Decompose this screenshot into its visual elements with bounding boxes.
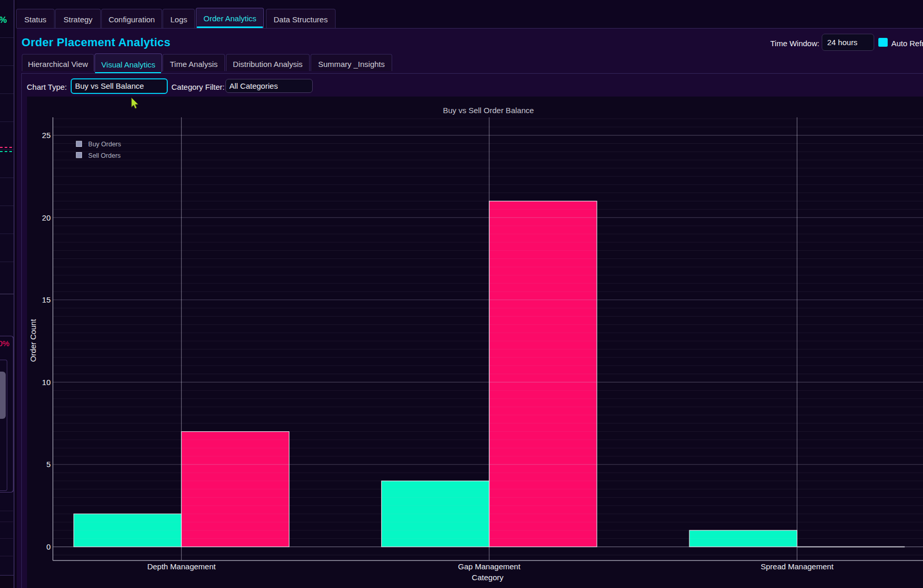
svg-text:10: 10 [42,378,51,387]
svg-text:5: 5 [46,460,50,469]
svg-text:25: 25 [42,131,51,140]
svg-text:Gap Management: Gap Management [458,562,520,571]
svg-text:Sell Orders: Sell Orders [88,152,121,159]
svg-text:Buy vs Sell Order Balance: Buy vs Sell Order Balance [443,106,533,115]
svg-text:15: 15 [42,295,51,304]
svg-text:20: 20 [42,213,51,222]
svg-text:Spread Management: Spread Management [760,562,834,571]
svg-text:Category: Category [472,573,503,582]
svg-text:0: 0 [46,542,50,551]
svg-text:Buy Orders: Buy Orders [88,141,121,148]
svg-text:Depth Management: Depth Management [147,562,216,571]
svg-text:Order Count: Order Count [29,319,37,362]
